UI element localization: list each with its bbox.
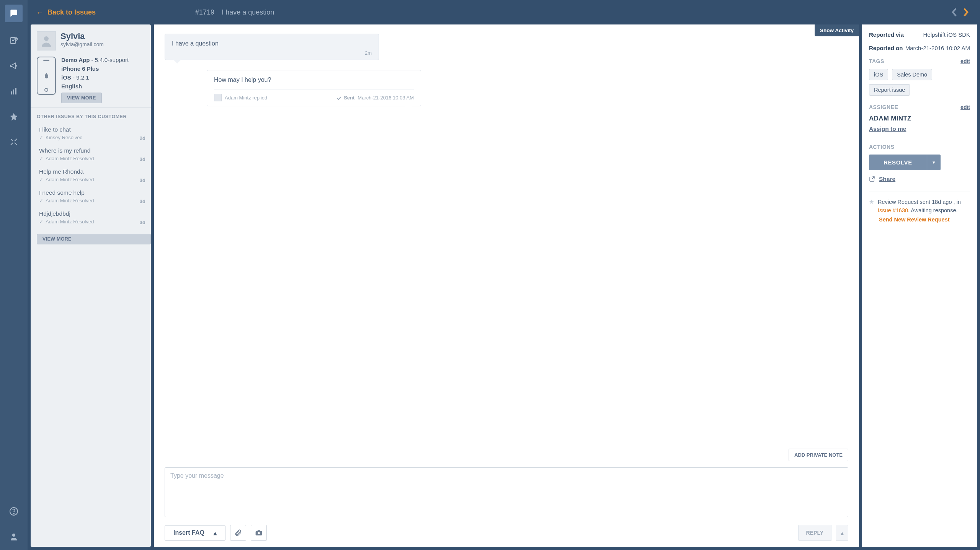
message-input[interactable] [165, 467, 848, 517]
other-issue-item[interactable]: Help me Rhonda ✓Adam Mintz Resolved 3d [31, 165, 151, 186]
assign-to-me[interactable]: Assign to me [869, 125, 906, 132]
device-info: Demo App - 5.4.0-support iPhone 6 Plus i… [61, 57, 129, 101]
megaphone-icon[interactable] [7, 60, 20, 73]
nav-rail: ? [0, 0, 28, 550]
assignee-name: ADAM MINTZ [869, 115, 970, 122]
view-more-issues[interactable]: VIEW MORE [37, 234, 151, 244]
check-icon: ✓ [39, 135, 43, 140]
reported-via-value: Helpshift iOS SDK [923, 31, 970, 38]
check-icon: ✓ [39, 219, 43, 225]
reply-dropdown[interactable]: ▴ [836, 525, 848, 541]
resolve-button[interactable]: RESOLVE [869, 155, 927, 170]
customer-avatar [37, 31, 56, 50]
topbar: ← Back to Issues #1719 I have a question [28, 0, 980, 24]
reported-via-label: Reported via [869, 31, 904, 38]
review-request-info: ★ Review Request sent 18d ago , in Issue… [869, 198, 970, 215]
tag[interactable]: Report issue [869, 84, 910, 96]
details-panel: Reported via Helpshift iOS SDK Reported … [862, 24, 977, 547]
svg-rect-4 [13, 89, 14, 94]
tags-label: TAGS [869, 58, 884, 64]
device-icon [37, 57, 56, 95]
issue-heading: #1719 I have a question [195, 8, 274, 16]
prev-issue[interactable] [949, 8, 960, 16]
review-issue-link[interactable]: Issue #1630 [878, 207, 908, 213]
help-icon[interactable] [7, 505, 20, 518]
actions-label: ACTIONS [869, 144, 895, 150]
tag[interactable]: iOS [869, 69, 888, 80]
check-icon: ✓ [39, 156, 43, 161]
agent-avatar [214, 94, 222, 101]
inbound-message: I have a question 2m [165, 34, 379, 60]
edit-assignee[interactable]: edit [960, 104, 970, 110]
chat-icon[interactable] [5, 5, 23, 22]
resolve-dropdown[interactable]: ▾ [927, 155, 941, 170]
reply-button[interactable]: REPLY [798, 525, 831, 541]
attachment-button[interactable] [230, 525, 246, 541]
other-issue-item[interactable]: I like to chat ✓Kinsey Resolved 2d [31, 123, 151, 144]
issue-id: #1719 [195, 8, 214, 16]
profile-icon[interactable] [7, 530, 20, 543]
reported-on-value: March-21-2016 10:02 AM [905, 45, 970, 51]
svg-rect-3 [11, 91, 12, 94]
show-activity-button[interactable]: Show Activity [815, 24, 859, 36]
analytics-icon[interactable] [7, 85, 20, 98]
reported-on-label: Reported on [869, 45, 903, 51]
faq-icon[interactable]: ? [7, 34, 20, 47]
other-issue-item[interactable]: Where is my refund ✓Adam Mintz Resolved … [31, 144, 151, 165]
assignee-label: ASSIGNEE [869, 104, 898, 110]
edit-tags[interactable]: edit [960, 58, 970, 64]
next-issue[interactable] [960, 8, 972, 16]
conversation-panel: Show Activity I have a question 2m How m… [154, 24, 859, 547]
other-issue-item[interactable]: I need some help ✓Adam Mintz Resolved 3d [31, 186, 151, 207]
tag[interactable]: Sales Demo [892, 69, 932, 80]
arrow-left-icon: ← [36, 8, 44, 17]
caret-up-icon: ▴ [214, 529, 217, 537]
view-more-device[interactable]: VIEW MORE [61, 93, 102, 103]
svg-text:?: ? [16, 38, 17, 40]
outbound-message: How may I help you? Adam Mintz replied S… [207, 70, 421, 106]
other-issues-label: OTHER ISSUES BY THIS CUSTOMER [31, 108, 151, 123]
camera-button[interactable] [251, 525, 267, 541]
tools-icon[interactable] [7, 135, 20, 148]
share-link[interactable]: Share [869, 176, 970, 182]
star-outline-icon: ★ [869, 198, 874, 215]
svg-point-9 [44, 36, 49, 41]
send-new-review[interactable]: Send New Review Request [879, 216, 970, 223]
sent-status: Sent [337, 95, 355, 101]
svg-rect-5 [15, 88, 16, 94]
svg-point-7 [13, 513, 14, 514]
check-icon: ✓ [39, 177, 43, 182]
add-private-note-button[interactable]: ADD PRIVATE NOTE [789, 449, 848, 461]
issue-title: I have a question [222, 8, 274, 16]
svg-point-8 [12, 534, 15, 537]
check-icon: ✓ [39, 198, 43, 203]
star-icon[interactable] [7, 110, 20, 123]
back-label: Back to Issues [47, 8, 96, 16]
back-to-issues[interactable]: ← Back to Issues [36, 8, 96, 17]
other-issue-item[interactable]: Hdjdjebdbdj ✓Adam Mintz Resolved 3d [31, 207, 151, 228]
insert-faq-button[interactable]: Insert FAQ ▴ [165, 525, 225, 541]
svg-point-10 [258, 532, 260, 534]
customer-email: sylvia@gmail.com [60, 41, 104, 47]
customer-name: Sylvia [60, 31, 104, 41]
customer-panel: Sylvia sylvia@gmail.com Demo App - 5.4.0… [31, 24, 151, 547]
